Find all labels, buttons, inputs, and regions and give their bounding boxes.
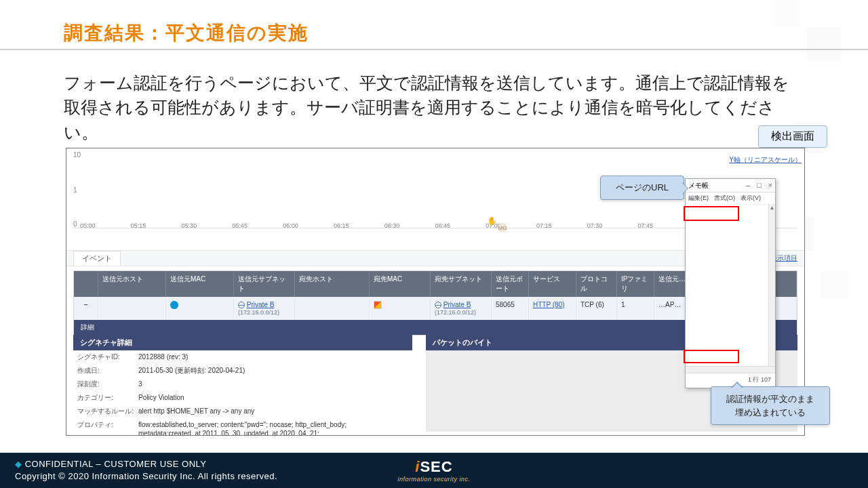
isec-logo: iSEC information security inc. — [397, 458, 470, 483]
ytick-1: 1 — [73, 186, 77, 194]
menu-format[interactable]: 書式(O) — [714, 194, 735, 203]
ytick-0: 0 — [73, 220, 77, 228]
signature-detail-panel: シグネチャ詳細 シグネチャID:2012888 (rev: 3) 作成日:201… — [73, 335, 412, 436]
globe-icon — [435, 302, 441, 308]
th-src-mac[interactable]: 送信元MAC — [166, 271, 234, 297]
notepad-titlebar[interactable]: メモ帳 – □ × — [686, 179, 775, 192]
globe-icon — [238, 302, 245, 308]
slide-title: 調査結果：平文通信の実施 — [64, 20, 309, 46]
xtick: 06:15 — [334, 222, 349, 229]
xtick: 05:45 — [232, 222, 248, 229]
menu-view[interactable]: 表示(V) — [741, 194, 761, 203]
cell-dst-mac — [370, 297, 431, 320]
th-src-subnet[interactable]: 送信元サブネット — [234, 271, 295, 297]
cell-dst-host — [295, 297, 370, 320]
footer-copyright: Copyright © 2020 Information Security In… — [15, 470, 277, 483]
src-subnet-cidr: (172.16.0.0/12) — [238, 309, 279, 316]
windows-icon — [374, 301, 382, 309]
notepad-text-area[interactable]: ▲ ▼ — [686, 205, 775, 373]
detection-screen-label: 検出画面 — [758, 125, 827, 148]
cell-src-port: 58065 — [492, 297, 529, 320]
kv-row: マッチするルール:alert http $HOME_NET any -> any… — [73, 405, 412, 418]
menu-edit[interactable]: 編集(E) — [688, 194, 709, 203]
cell-src-subnet: Private B (172.16.0.0/12) — [234, 297, 295, 320]
title-divider — [0, 49, 868, 50]
hp-icon — [170, 301, 178, 309]
th-src-port[interactable]: 送信元ポート — [492, 271, 529, 297]
window-minimize-icon[interactable]: – — [746, 182, 750, 189]
diamond-icon: ◆ — [15, 459, 22, 469]
scrollbar-vertical[interactable]: ▲ ▼ — [768, 205, 775, 373]
xtick: 07:45 — [637, 222, 653, 229]
highlight-url-box — [684, 206, 739, 221]
expand-row-button[interactable]: – — [74, 297, 98, 320]
th-protocol[interactable]: プロトコル — [576, 271, 617, 297]
cell-src-host — [98, 297, 166, 320]
callout-page-url: ページのURL — [600, 176, 684, 200]
scrollbar-horizontal[interactable] — [686, 366, 775, 373]
xtick: 06:30 — [384, 222, 400, 229]
notepad-menubar[interactable]: 編集(E) 書式(O) 表示(V) — [686, 192, 775, 205]
th-dst-mac[interactable]: 宛先MAC — [370, 271, 431, 297]
cell-dst-subnet: Private B (172.16.0.0/12) — [431, 297, 492, 320]
cell-protocol: TCP (6) — [576, 297, 617, 320]
yaxis-scale-link[interactable]: Y軸（リニアスケール） — [729, 155, 802, 165]
cell-service: HTTP (80) — [529, 297, 576, 320]
signature-panel-title: シグネチャ詳細 — [73, 335, 412, 350]
xtick: 06:00 — [283, 222, 298, 229]
callout-plaintext-credentials: 認証情報が平文のまま埋め込まれている — [711, 386, 830, 425]
th-dst-host[interactable]: 宛先ホスト — [295, 271, 370, 297]
src-subnet-link[interactable]: Private B — [247, 301, 275, 308]
highlight-credentials-box — [684, 350, 739, 363]
scroll-up-icon[interactable]: ▲ — [770, 205, 775, 211]
kv-row: 作成日:2011-05-30 (更新時刻: 2020-04-21) — [73, 364, 412, 378]
window-maximize-icon[interactable]: □ — [757, 182, 762, 189]
xtick: 06:45 — [435, 222, 450, 229]
footer-confidential: CONFIDENTIAL – CUSTOMER USE ONLY — [25, 459, 207, 469]
service-link[interactable]: HTTP (80) — [533, 301, 565, 308]
window-close-icon[interactable]: × — [768, 182, 772, 189]
cell-src-mac — [166, 297, 234, 320]
cursor-icon: ✋ — [487, 216, 497, 226]
kv-row: 深刻度:3 — [73, 378, 412, 391]
notepad-status-bar: 1 行 107 — [686, 373, 775, 386]
th-ip-family[interactable]: IPファミリ — [617, 271, 654, 297]
kv-row: プロパティ:flow:established,to_server; conten… — [73, 418, 412, 436]
ytick-10: 10 — [73, 151, 81, 159]
th-expand — [74, 271, 98, 297]
chart-marker-mg: MG — [498, 223, 507, 232]
dst-subnet-link[interactable]: Private B — [443, 301, 471, 308]
th-dst-subnet[interactable]: 宛先サブネット — [431, 271, 492, 297]
kv-row: カテゴリー:Policy Violation — [73, 391, 412, 405]
slide-description: フォーム認証を行うページにおいて、平文で認証情報を送信しています。通信上で認証情… — [64, 70, 796, 144]
th-src-host[interactable]: 送信元ホスト — [98, 271, 166, 297]
xtick: 05:15 — [131, 222, 146, 229]
kv-row: シグネチャID:2012888 (rev: 3) — [73, 350, 412, 364]
slide-footer: ◆ CONFIDENTIAL – CUSTOMER USE ONLY Copyr… — [0, 453, 868, 488]
xtick: 07:30 — [587, 222, 603, 229]
tab-event[interactable]: イベント — [73, 251, 121, 266]
th-service[interactable]: サービス — [529, 271, 576, 297]
cell-ip-family: 1 — [617, 297, 654, 320]
xtick: 05:30 — [182, 222, 197, 229]
xtick: 05:00 — [80, 222, 96, 229]
xtick: 07:15 — [536, 222, 552, 229]
dst-subnet-cidr: (172.16.0.0/12) — [435, 309, 476, 316]
